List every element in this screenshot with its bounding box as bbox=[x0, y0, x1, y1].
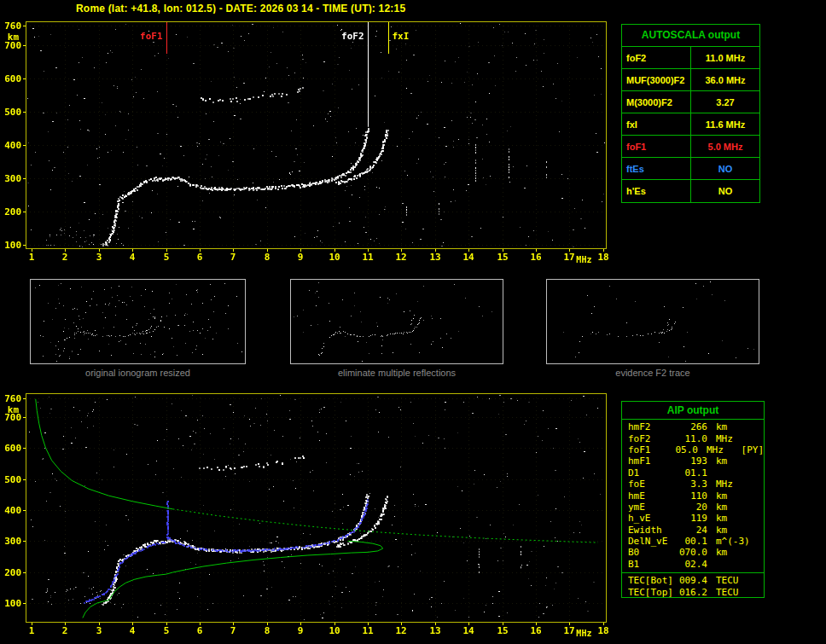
aip-unit: MHz bbox=[716, 479, 755, 490]
aip-value: 24 bbox=[677, 525, 707, 536]
aip-label: hmF2 bbox=[628, 421, 677, 432]
aip-row-D1: D101.1 bbox=[622, 467, 764, 479]
aip-tec-rows: TEC[Bot]009.4TECUTEC[Top]016.2TECU bbox=[622, 572, 764, 598]
aip-row-ymE: ymE20km bbox=[622, 502, 764, 513]
aip-value: 266 bbox=[677, 421, 707, 432]
scaled-ionogram-plot bbox=[0, 14, 616, 270]
thumbnail-eliminate-reflections bbox=[290, 279, 503, 364]
autoscala-param-value: 3.27 bbox=[691, 91, 759, 113]
aip-row-foE: foE3.3MHz bbox=[622, 479, 764, 490]
autoscala-param-value: NO bbox=[691, 180, 759, 202]
autoscala-param-value: 11.0 MHz bbox=[691, 47, 759, 68]
aip-label: hmF1 bbox=[628, 455, 677, 467]
aip-value: 110 bbox=[677, 490, 707, 502]
aip-label: B1 bbox=[628, 559, 677, 570]
aip-value: 20 bbox=[677, 502, 707, 513]
autoscala-param-value: NO bbox=[691, 158, 759, 179]
autoscala-row-MUF(3000)F2: MUF(3000)F236.0 MHz bbox=[622, 69, 759, 91]
aip-value: 016.2 bbox=[677, 587, 707, 598]
autoscala-rows: foF211.0 MHzMUF(3000)F236.0 MHzM(3000)F2… bbox=[622, 47, 759, 202]
aip-unit: km bbox=[716, 502, 755, 513]
aip-unit: km bbox=[716, 455, 755, 467]
autoscala-row-ftEs: ftEsNO bbox=[622, 158, 759, 180]
autoscala-param-value: 5.0 MHz bbox=[691, 136, 759, 157]
aip-label: D1 bbox=[628, 467, 677, 479]
autoscala-row-foF2: foF211.0 MHz bbox=[622, 47, 759, 69]
aip-unit: km bbox=[716, 513, 755, 524]
autoscala-row-fxI: fxI11.6 MHz bbox=[622, 113, 759, 136]
aip-unit: km bbox=[716, 525, 755, 536]
aip-label: B0 bbox=[628, 547, 677, 558]
autoscala-row-foF1: foF15.0 MHz bbox=[622, 136, 759, 158]
aip-value: 01.1 bbox=[677, 467, 707, 479]
station-date-title: Rome (lat: +41.8, lon: 012.5) - DATE: 20… bbox=[76, 3, 405, 15]
aip-label: TEC[Top] bbox=[628, 587, 677, 598]
aip-output-panel: AIP output hmF2266kmfoF211.0MHzfoF105.0M… bbox=[621, 401, 765, 598]
autoscala-param-value: 11.6 MHz bbox=[691, 113, 759, 135]
aip-value: 193 bbox=[677, 455, 707, 467]
aip-unit: km bbox=[716, 547, 755, 558]
aip-value: 119 bbox=[677, 513, 707, 524]
autoscala-panel-header: AUTOSCALA output bbox=[622, 25, 759, 47]
aip-row-TEC[Bot]: TEC[Bot]009.4TECU bbox=[622, 575, 764, 587]
autoscala-param-label: foF1 bbox=[622, 136, 691, 157]
autoscala-param-label: ftEs bbox=[622, 158, 691, 179]
aip-label: foE bbox=[628, 479, 677, 490]
autoscala-output-screen: Rome (lat: +41.8, lon: 012.5) - DATE: 20… bbox=[0, 0, 826, 644]
thumbnail-caption-eliminate: eliminate multiple reflections bbox=[290, 368, 503, 378]
autoscala-param-label: h'Es bbox=[622, 180, 691, 202]
aip-label: ymE bbox=[628, 502, 677, 513]
aip-value: 00.1 bbox=[677, 536, 707, 547]
autoscala-param-label: fxI bbox=[622, 113, 691, 135]
aip-label: hmE bbox=[628, 490, 677, 502]
aip-label: foF2 bbox=[628, 433, 677, 444]
aip-unit: TECU bbox=[716, 575, 755, 586]
autoscala-param-label: M(3000)F2 bbox=[622, 91, 691, 113]
aip-row-B1: B102.4 bbox=[622, 559, 764, 570]
aip-rows: hmF2266kmfoF211.0MHzfoF105.0MHz[PY]hmF11… bbox=[622, 420, 764, 570]
aip-row-Ewidth: Ewidth24km bbox=[622, 525, 764, 536]
profile-ionogram-plot bbox=[0, 388, 616, 644]
aip-value: 3.3 bbox=[677, 479, 707, 490]
aip-row-h_vE: h_vE119km bbox=[622, 513, 764, 524]
aip-label: DelN_vE bbox=[628, 536, 677, 547]
aip-value: 009.4 bbox=[677, 575, 707, 586]
aip-value: 05.0 bbox=[671, 444, 698, 455]
aip-row-hmF1: hmF1193km bbox=[622, 455, 764, 467]
aip-row-hmF2: hmF2266km bbox=[622, 421, 764, 432]
aip-row-B0: B0070.0km bbox=[622, 547, 764, 558]
aip-unit: MHz bbox=[716, 433, 755, 444]
thumbnail-evidence-f2-trace bbox=[546, 279, 759, 364]
aip-value: 11.0 bbox=[677, 433, 707, 444]
autoscala-row-h'Es: h'EsNO bbox=[622, 180, 759, 202]
autoscala-output-panel: AUTOSCALA output foF211.0 MHzMUF(3000)F2… bbox=[621, 24, 760, 203]
aip-label: h_vE bbox=[628, 513, 677, 524]
aip-value: 02.4 bbox=[677, 559, 707, 570]
thumbnail-caption-evidence: evidence F2 trace bbox=[546, 368, 759, 378]
aip-row-TEC[Top]: TEC[Top]016.2TECU bbox=[622, 587, 764, 598]
aip-extra: [PY] bbox=[742, 444, 765, 455]
aip-panel-header: AIP output bbox=[622, 402, 764, 420]
autoscala-param-value: 36.0 MHz bbox=[691, 69, 759, 90]
thumbnail-caption-original: original ionogram resized bbox=[30, 368, 246, 378]
autoscala-param-label: foF2 bbox=[622, 47, 691, 68]
aip-label: Ewidth bbox=[628, 525, 677, 536]
thumbnail-original-ionogram bbox=[30, 279, 246, 364]
aip-label: foF1 bbox=[628, 444, 671, 455]
aip-label: TEC[Bot] bbox=[628, 575, 677, 586]
aip-value: 070.0 bbox=[677, 547, 707, 558]
aip-unit: MHz bbox=[707, 444, 742, 455]
aip-row-DelN_vE: DelN_vE00.1m^(-3) bbox=[622, 536, 764, 547]
aip-unit: TECU bbox=[716, 587, 755, 598]
aip-unit: km bbox=[716, 421, 755, 432]
autoscala-param-label: MUF(3000)F2 bbox=[622, 69, 691, 90]
aip-unit: km bbox=[716, 490, 755, 502]
aip-row-foF2: foF211.0MHz bbox=[622, 432, 764, 444]
autoscala-row-M(3000)F2: M(3000)F23.27 bbox=[622, 91, 759, 113]
aip-unit: m^(-3) bbox=[716, 536, 755, 547]
aip-row-foF1: foF105.0MHz[PY] bbox=[622, 444, 764, 455]
aip-row-hmE: hmE110km bbox=[622, 490, 764, 501]
